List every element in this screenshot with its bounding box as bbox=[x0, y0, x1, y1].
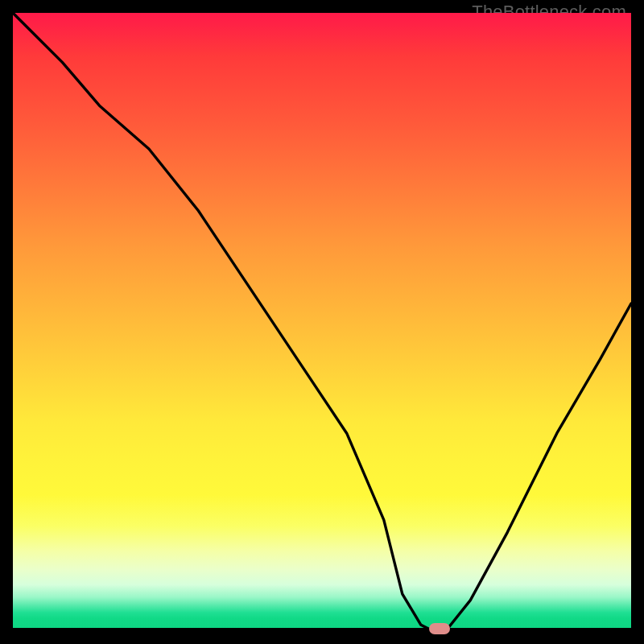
chart-frame: TheBottleneck.com bbox=[0, 0, 644, 644]
optimal-point-marker bbox=[429, 623, 450, 634]
x-axis-baseline bbox=[13, 628, 631, 631]
plot-area bbox=[13, 13, 631, 631]
bottleneck-curve bbox=[13, 13, 631, 631]
curve-svg bbox=[13, 13, 631, 631]
